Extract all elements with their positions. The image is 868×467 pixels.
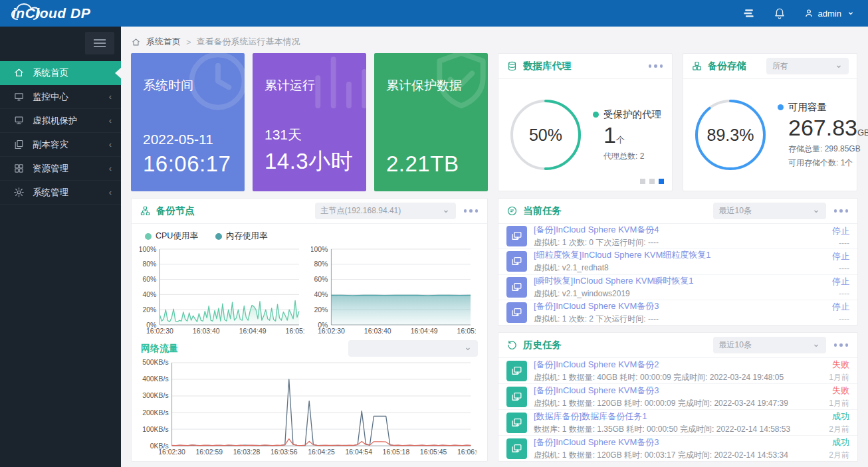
notifications-bell-icon[interactable] <box>773 7 786 20</box>
node-selector-dropdown[interactable]: 主节点(192.168.94.41) <box>315 203 456 219</box>
sidebar-item-gear[interactable]: 系统管理‹ <box>0 181 121 205</box>
cpu-legend-dot <box>145 233 152 240</box>
card-value-line2: 14.3小时 <box>265 147 354 177</box>
task-name[interactable]: [细粒度恢复]InCloud Sphere KVM细粒度恢复1 <box>534 249 821 261</box>
breadcrumb-current: 查看备份系统运行基本情况 <box>197 36 300 48</box>
task-status: 停止 <box>832 225 849 237</box>
svg-text:16:03:40: 16:03:40 <box>193 327 220 335</box>
chevron-collapse-icon: ‹ <box>109 116 112 126</box>
task-time: 2月前 <box>829 450 849 461</box>
vm-monitor-icon <box>506 302 527 323</box>
chevron-down-icon <box>812 341 820 349</box>
svg-text:100KB/s: 100KB/s <box>142 426 168 433</box>
task-name[interactable]: [瞬时恢复]InCloud Sphere KVM瞬时恢复1 <box>534 275 821 287</box>
task-detail: 虚拟机: 1 数据量: 120GB 耗时: 00:03:17 完成时间: 202… <box>534 450 818 461</box>
network-selector-dropdown[interactable] <box>348 340 478 357</box>
breadcrumb-home[interactable]: 系统首页 <box>146 36 181 48</box>
task-time: ---- <box>832 264 849 273</box>
task-status: 成功 <box>829 411 849 422</box>
card-value-line2: 2.21TB <box>386 151 476 177</box>
task-row[interactable]: [备份]InCloud Sphere KVM备份4虚拟机: 1 次数: 0 下次… <box>498 224 857 249</box>
svg-text:16:02:30: 16:02:30 <box>318 327 345 335</box>
svg-text:16:04:49: 16:04:49 <box>239 327 267 335</box>
database-icon <box>506 60 518 72</box>
svg-text:16:03:40: 16:03:40 <box>364 327 391 335</box>
svg-text:100%: 100% <box>311 245 328 253</box>
pager-dot[interactable] <box>649 179 655 184</box>
summary-card: 累计保护数据2.21TB <box>374 53 488 191</box>
legend-dot <box>778 104 784 110</box>
panel-title: 备份存储 <box>708 60 746 72</box>
storage-filter-dropdown[interactable]: 所有 <box>766 58 849 74</box>
memory-legend-label: 内存使用率 <box>226 231 268 242</box>
task-status: 失败 <box>829 359 849 371</box>
sidebar-item-copy[interactable]: 副本容灾‹ <box>0 133 121 157</box>
storage-available: 267.83 <box>788 115 857 140</box>
panel-title: 当前任务 <box>523 205 562 217</box>
cpu-legend-label: CPU使用率 <box>156 231 198 242</box>
svg-text:16:04:49: 16:04:49 <box>411 327 438 335</box>
sidebar-item-home[interactable]: 系统首页 <box>0 61 121 85</box>
task-time: 1月前 <box>829 372 849 383</box>
panel-menu-ellipsis[interactable] <box>647 62 665 70</box>
pager-dot-active[interactable] <box>659 179 664 184</box>
user-menu[interactable]: admin <box>804 8 856 19</box>
task-name[interactable]: [数据库备份]数据库备份任务1 <box>534 411 818 422</box>
sidebar-item-label: 系统管理 <box>33 187 68 199</box>
task-name[interactable]: [备份]InCloud Sphere KVM备份3 <box>534 300 821 312</box>
sidebar-item-vm[interactable]: 虚拟机保护‹ <box>0 109 121 133</box>
chevron-collapse-icon: ‹ <box>109 163 112 173</box>
task-detail: 数据库: 1 数据量: 1.35GB 耗时: 00:00:50 完成时间: 20… <box>534 424 818 435</box>
server-list-icon[interactable] <box>742 7 756 20</box>
task-row[interactable]: [备份]InCloud Sphere KVM备份3虚拟机: 1 次数: 2 下次… <box>498 300 857 325</box>
vm-monitor-icon <box>506 438 527 459</box>
svg-text:16:04:54: 16:04:54 <box>345 448 372 456</box>
svg-text:16:02:59: 16:02:59 <box>196 448 223 456</box>
memory-usage-chart: 0%20%40%60%80%100%16:02:3016:03:4016:04:… <box>311 244 476 336</box>
app-root: inCloud DP admin 系统首页监控中心‹虚拟机保护‹副本容灾‹资源管… <box>0 0 868 467</box>
vm-monitor-icon <box>506 226 527 246</box>
task-row[interactable]: [细粒度恢复]InCloud Sphere KVM细粒度恢复1虚拟机: v2.1… <box>498 249 857 274</box>
sidebar-item-label: 虚拟机保护 <box>33 115 78 127</box>
backup-storage-panel: 备份存储 所有 <box>683 53 857 191</box>
pager-dot[interactable] <box>640 179 645 184</box>
task-name[interactable]: [备份]InCloud Sphere KVM备份3 <box>534 385 818 397</box>
task-name[interactable]: [备份]InCloud Sphere KVM备份4 <box>534 224 821 236</box>
agent-ring-percent: 50% <box>509 98 582 171</box>
task-name[interactable]: [备份]InCloud Sphere KVM备份3 <box>534 436 818 448</box>
chevron-down-icon <box>442 207 450 215</box>
task-row[interactable]: [瞬时恢复]InCloud Sphere KVM瞬时恢复1虚拟机: v2.1_w… <box>498 275 857 300</box>
monitor-icon <box>13 91 25 102</box>
storage-ring-gauge: 89.3% <box>694 98 767 171</box>
task-row[interactable]: [备份]InCloud Sphere KVM备份3虚拟机: 1 数据量: 120… <box>498 384 857 410</box>
chevron-down-icon <box>464 345 472 353</box>
sidebar: 系统首页监控中心‹虚拟机保护‹副本容灾‹资源管理‹系统管理‹ <box>0 27 121 467</box>
svg-text:300KB/s: 300KB/s <box>142 392 168 399</box>
svg-text:20%: 20% <box>314 306 328 314</box>
sidebar-item-label: 副本容灾 <box>33 139 68 151</box>
svg-text:80%: 80% <box>142 260 156 268</box>
sidebar-collapse-button[interactable] <box>85 32 114 54</box>
sidebar-item-label: 资源管理 <box>33 163 68 175</box>
storage-available-unit: GB <box>857 128 868 138</box>
sidebar-item-grid[interactable]: 资源管理‹ <box>0 157 121 181</box>
panel-menu-ellipsis[interactable] <box>833 341 850 349</box>
task-row[interactable]: [备份]InCloud Sphere KVM备份3虚拟机: 1 数据量: 120… <box>498 436 857 461</box>
task-name[interactable]: [备份]InCloud Sphere KVM备份2 <box>534 359 818 371</box>
svg-text:16:05:18: 16:05:18 <box>383 448 410 456</box>
task-status: 停止 <box>832 250 849 262</box>
card-value-line2: 16:06:17 <box>143 151 233 177</box>
panel-menu-ellipsis[interactable] <box>463 207 480 215</box>
svg-text:60%: 60% <box>314 275 328 283</box>
chevron-collapse-icon: ‹ <box>109 92 112 102</box>
history-tasks-filter-dropdown[interactable]: 最近10条 <box>713 337 826 353</box>
sidebar-item-monitor[interactable]: 监控中心‹ <box>0 85 121 109</box>
history-tasks-filter-value: 最近10条 <box>719 339 752 351</box>
network-traffic-title: 网络流量 <box>141 343 178 355</box>
task-row[interactable]: [数据库备份]数据库备份任务1数据库: 1 数据量: 1.35GB 耗时: 00… <box>498 410 857 436</box>
task-row[interactable]: [备份]InCloud Sphere KVM备份2虚拟机: 1 数据量: 40G… <box>498 358 857 384</box>
svg-text:200KB/s: 200KB/s <box>142 409 168 417</box>
panel-menu-ellipsis[interactable] <box>833 207 850 215</box>
current-tasks-filter-dropdown[interactable]: 最近10条 <box>713 203 826 219</box>
agent-count: 1 <box>603 122 616 147</box>
